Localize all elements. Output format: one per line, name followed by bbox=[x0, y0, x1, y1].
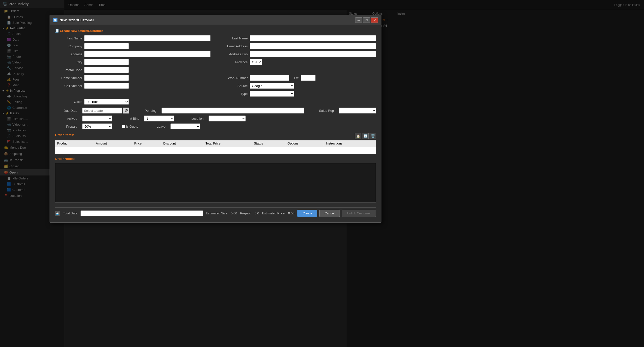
estimated-price-value: 0.00 bbox=[288, 211, 294, 215]
email-row: Email Address bbox=[220, 43, 376, 49]
address-input[interactable] bbox=[84, 51, 210, 57]
source-select[interactable]: Google Facebook Referral bbox=[250, 83, 294, 89]
bins-select[interactable]: 1 2 3 bbox=[144, 116, 174, 121]
is-quote-checkbox[interactable] bbox=[122, 125, 125, 128]
order-notes-label: Order Notes: bbox=[55, 157, 376, 161]
col-options: Options bbox=[285, 141, 324, 147]
maximize-button[interactable]: □ bbox=[363, 17, 370, 23]
address2-input[interactable] bbox=[250, 51, 376, 57]
leave-label: Leave bbox=[148, 125, 166, 128]
city-input[interactable] bbox=[84, 59, 129, 65]
unlink-customer-button[interactable]: Unlink Customer bbox=[342, 210, 376, 217]
table-header-row: Product Amount Price Discount Total Pric… bbox=[55, 141, 376, 147]
city-label: City bbox=[55, 60, 82, 64]
work-ext-label: Ex: bbox=[291, 76, 299, 80]
email-label: Email Address bbox=[220, 44, 248, 48]
email-input[interactable] bbox=[250, 43, 376, 49]
province-row: Province ON AB BC bbox=[220, 59, 376, 65]
dialog-icon: 🧾 bbox=[53, 18, 58, 22]
office-select[interactable]: Rimrock Downtown bbox=[84, 99, 129, 105]
postal-row: Postal Code bbox=[55, 67, 376, 73]
add-item-button[interactable]: 🏠 bbox=[355, 133, 361, 139]
type-row: Type bbox=[55, 91, 376, 97]
location-select[interactable] bbox=[208, 116, 246, 121]
first-name-row: First Name bbox=[55, 35, 210, 41]
dialog-titlebar: 🧾 New Order/Customer ─ □ ✕ bbox=[50, 15, 381, 25]
cancel-button[interactable]: Cancel bbox=[319, 210, 340, 217]
province-select[interactable]: ON AB BC bbox=[250, 59, 262, 65]
address-label: Address bbox=[55, 52, 82, 56]
create-button[interactable]: Create bbox=[297, 210, 317, 217]
location-label: Location bbox=[184, 117, 204, 120]
last-name-input[interactable] bbox=[250, 35, 376, 41]
work-number-label: Work Number bbox=[220, 76, 248, 80]
company-row: Company bbox=[55, 43, 210, 49]
type-row-right: Type bbox=[220, 91, 376, 97]
col-total-price: Total Price bbox=[203, 141, 252, 147]
prepaid-select[interactable]: 50% 100% 0% 25% 75% bbox=[82, 123, 112, 129]
last-name-row: Last Name bbox=[220, 35, 376, 41]
bins-label: # Bins bbox=[122, 117, 139, 120]
address2-row: Address Two bbox=[220, 51, 376, 57]
pending-input[interactable] bbox=[162, 108, 304, 114]
total-data-label: Total Data bbox=[63, 211, 78, 215]
due-date-input[interactable] bbox=[82, 108, 122, 114]
estimated-size-value: 0.00 bbox=[231, 211, 237, 215]
minimize-button[interactable]: ─ bbox=[355, 17, 362, 23]
city-row: City bbox=[55, 59, 210, 65]
action-buttons: Create Cancel Unlink Customer bbox=[297, 210, 376, 217]
work-number-input[interactable] bbox=[250, 75, 289, 81]
cell-row: Cell Number bbox=[55, 83, 210, 89]
dialog-body: 🧾 Create New Order/Customer First Name L… bbox=[50, 25, 381, 222]
type-select[interactable] bbox=[250, 91, 294, 97]
delete-item-button[interactable]: 🗑️ bbox=[370, 133, 376, 139]
col-price: Price bbox=[132, 141, 161, 147]
col-status: Status bbox=[252, 141, 285, 147]
company-email-row: Company Email Address bbox=[55, 43, 376, 49]
col-instructions: Instructions bbox=[324, 141, 376, 147]
arrived-select[interactable] bbox=[82, 116, 112, 121]
first-name-label: First Name bbox=[55, 37, 82, 40]
duedate-row: Due Date 15 Pending Sales Rep bbox=[55, 108, 376, 114]
prepaid-row: Prepaid 50% 100% 0% 25% 75% Is Quote Lea… bbox=[55, 123, 376, 129]
source-row: Source Google Facebook Referral bbox=[220, 83, 376, 89]
section-icon: 🧾 bbox=[55, 29, 59, 33]
city-province-row: City Province ON AB BC bbox=[55, 59, 376, 65]
arrived-row: Arrived # Bins 1 2 3 Location bbox=[55, 116, 376, 121]
order-notes-textarea[interactable] bbox=[55, 163, 376, 203]
close-button[interactable]: ✕ bbox=[371, 17, 378, 23]
dialog-new-order: 🧾 New Order/Customer ─ □ ✕ 🧾 Create New … bbox=[50, 15, 382, 223]
work-number-row: Work Number Ex: bbox=[220, 75, 376, 81]
company-input[interactable] bbox=[84, 43, 129, 49]
home-number-row: Home Number bbox=[55, 75, 210, 81]
cell-input[interactable] bbox=[84, 83, 129, 89]
cell-label: Cell Number bbox=[55, 84, 82, 88]
province-label: Province bbox=[220, 60, 248, 64]
total-data-input[interactable] bbox=[80, 210, 203, 216]
estimated-price-label: Estimated Price bbox=[262, 211, 284, 215]
sales-rep-select[interactable] bbox=[339, 108, 376, 114]
office-label: Office bbox=[55, 100, 82, 104]
postal-label: Postal Code bbox=[55, 68, 82, 72]
dialog-title: New Order/Customer bbox=[60, 18, 94, 22]
col-discount: Discount bbox=[161, 141, 203, 147]
total-data-icon: 💾 bbox=[55, 211, 60, 216]
home-number-input[interactable] bbox=[84, 75, 129, 81]
col-product: Product bbox=[55, 141, 94, 147]
type-label: Type bbox=[220, 92, 248, 96]
sales-rep-label: Sales Rep bbox=[314, 109, 334, 113]
work-ext-input[interactable] bbox=[301, 75, 316, 81]
cell-source-row: Cell Number Source Google Facebook Refer… bbox=[55, 83, 376, 89]
dialog-controls: ─ □ ✕ bbox=[355, 17, 378, 23]
arrived-label: Arrived bbox=[55, 117, 77, 120]
date-input-wrap: 15 bbox=[82, 108, 129, 114]
leave-select[interactable] bbox=[170, 123, 200, 129]
first-name-input[interactable] bbox=[84, 35, 210, 41]
order-items-table: Product Amount Price Discount Total Pric… bbox=[55, 140, 376, 154]
office-row-left: Office Rimrock Downtown bbox=[55, 99, 210, 105]
calendar-button[interactable]: 15 bbox=[123, 108, 129, 114]
edit-item-button[interactable]: 🔄 bbox=[362, 133, 368, 139]
order-items-actions: 🏠 🔄 🗑️ bbox=[355, 133, 376, 139]
postal-input[interactable] bbox=[84, 67, 129, 73]
source-label: Source bbox=[220, 84, 248, 88]
